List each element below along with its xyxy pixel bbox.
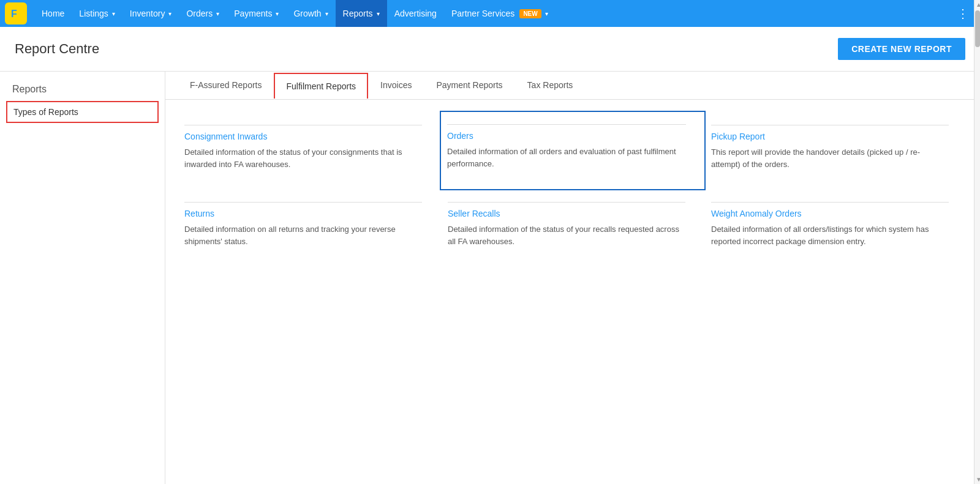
nav-reports[interactable]: Reports ▾ [336,0,387,27]
nav-growth[interactable]: Growth ▾ [286,0,335,27]
nav-partner-services[interactable]: Partner Services NEW ▾ [444,0,556,27]
report-desc-pickup-report: This report will provide the handover de… [711,146,949,170]
report-card-seller-recalls[interactable]: Seller Recalls Detailed information of t… [441,189,704,266]
report-desc-weight-anomaly-orders: Detailed information of all orders/listi… [711,223,949,247]
page-title: Report Centre [15,41,99,57]
report-title-orders[interactable]: Orders [447,131,686,141]
nav-inventory[interactable]: Inventory ▾ [123,0,179,27]
new-badge: NEW [519,9,541,18]
more-options-icon[interactable]: ⋮ [951,6,975,21]
report-title-weight-anomaly-orders[interactable]: Weight Anomaly Orders [711,209,949,218]
report-desc-seller-recalls: Detailed information of the status of yo… [448,223,685,247]
report-desc-returns: Detailed information on all returns and … [184,223,422,247]
report-title-consignment-inwards[interactable]: Consignment Inwards [184,132,422,141]
page-header: Report Centre CREATE NEW REPORT [0,27,980,72]
logo[interactable]: F [5,2,27,24]
chevron-down-icon: ▾ [112,10,115,17]
report-desc-orders: Detailed information of all orders and e… [447,146,686,169]
scrollbar[interactable]: ▲ ▼ [974,0,980,484]
report-card-returns[interactable]: Returns Detailed information on all retu… [178,189,441,266]
scroll-thumb[interactable] [975,10,980,47]
scroll-up-arrow[interactable]: ▲ [974,0,980,9]
svg-text:F: F [11,9,17,19]
report-title-seller-recalls[interactable]: Seller Recalls [448,209,685,218]
topnav-right: ⋮ [951,6,975,21]
sidebar-section-title: Reports [0,84,165,101]
sidebar-item-label: Types of Reports [13,107,78,117]
report-card-consignment-inwards[interactable]: Consignment Inwards Detailed information… [178,112,441,189]
report-title-returns[interactable]: Returns [184,209,422,218]
sidebar: Reports Types of Reports [0,72,165,484]
chevron-down-icon: ▾ [325,10,328,17]
create-report-button[interactable]: CREATE NEW REPORT [838,38,965,60]
report-title-pickup-report[interactable]: Pickup Report [711,132,949,141]
report-card-weight-anomaly-orders[interactable]: Weight Anomaly Orders Detailed informati… [704,189,968,266]
tab-payment-reports[interactable]: Payment Reports [424,72,514,100]
top-navigation: F Home Listings ▾ Inventory ▾ Orders ▾ P… [0,0,980,27]
report-desc-consignment-inwards: Detailed information of the status of yo… [184,146,422,170]
report-card-pickup-report[interactable]: Pickup Report This report will provide t… [704,112,968,189]
tab-fulfilment-reports[interactable]: Fulfilment Reports [274,73,368,99]
chevron-down-icon: ▾ [545,10,548,17]
tab-invoices[interactable]: Invoices [368,72,424,100]
chevron-down-icon: ▾ [377,10,380,17]
main-layout: Reports Types of Reports F-Assured Repor… [0,72,980,484]
nav-listings[interactable]: Listings ▾ [72,0,122,27]
report-grid: Consignment Inwards Detailed information… [165,100,980,278]
nav-payments[interactable]: Payments ▾ [227,0,286,27]
nav-home[interactable]: Home [34,0,72,27]
nav-advertising[interactable]: Advertising [387,0,444,27]
chevron-down-icon: ▾ [168,10,172,17]
content-area: F-Assured Reports Fulfilment Reports Inv… [165,72,980,484]
scroll-down-arrow[interactable]: ▼ [974,475,980,484]
nav-orders[interactable]: Orders ▾ [179,0,227,27]
sidebar-item-types-of-reports[interactable]: Types of Reports [6,101,159,123]
report-card-orders[interactable]: Orders Detailed information of all order… [440,111,706,190]
tabs-bar: F-Assured Reports Fulfilment Reports Inv… [165,72,980,100]
chevron-down-icon: ▾ [276,10,279,17]
tab-tax-reports[interactable]: Tax Reports [515,72,586,100]
tab-f-assured-reports[interactable]: F-Assured Reports [178,72,274,100]
chevron-down-icon: ▾ [216,10,219,17]
